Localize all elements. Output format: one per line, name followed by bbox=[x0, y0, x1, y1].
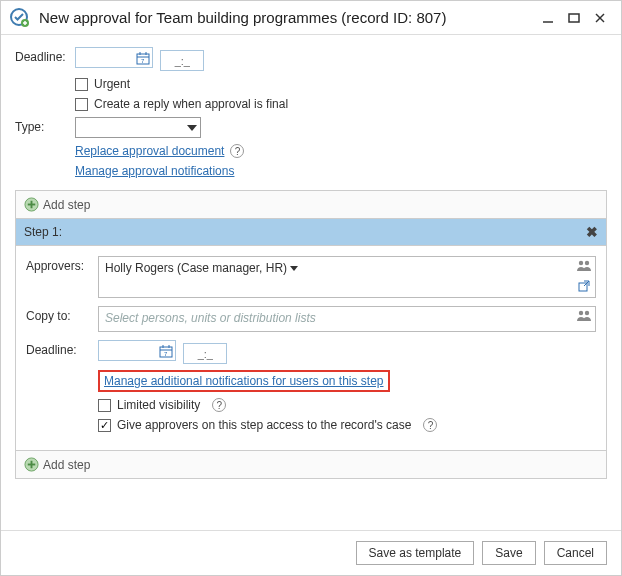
step-deadline-date-input[interactable]: 7 bbox=[98, 340, 176, 361]
people-picker-icon[interactable] bbox=[577, 310, 591, 324]
dialog-footer: Save as template Save Cancel bbox=[1, 530, 621, 575]
close-window-button[interactable] bbox=[587, 5, 613, 31]
maximize-button[interactable] bbox=[561, 5, 587, 31]
create-reply-label: Create a reply when approval is final bbox=[94, 97, 288, 111]
calendar-icon: 7 bbox=[136, 51, 150, 65]
type-row: Type: Replace approval document ? Manage… bbox=[15, 117, 607, 178]
add-step-top-label: Add step bbox=[43, 198, 90, 212]
deadline-label: Deadline: bbox=[15, 47, 75, 64]
steps-container: Add step Step 1: ✖ Approvers: Holly Roge… bbox=[15, 190, 607, 479]
svg-point-19 bbox=[585, 311, 589, 315]
svg-rect-3 bbox=[569, 14, 579, 22]
approvers-input[interactable]: Holly Rogers (Case manager, HR) bbox=[98, 256, 596, 298]
step-body: Approvers: Holly Rogers (Case manager, H… bbox=[16, 246, 606, 450]
copy-to-label: Copy to: bbox=[26, 306, 98, 323]
add-step-top[interactable]: Add step bbox=[16, 191, 606, 218]
approvers-label: Approvers: bbox=[26, 256, 98, 273]
save-button[interactable]: Save bbox=[482, 541, 535, 565]
highlighted-link: Manage additional notifications for user… bbox=[98, 370, 390, 392]
create-reply-checkbox[interactable] bbox=[75, 98, 88, 111]
step-deadline-label: Deadline: bbox=[26, 340, 98, 357]
help-icon[interactable]: ? bbox=[230, 144, 244, 158]
deadline-time-input[interactable]: _:_ bbox=[160, 50, 204, 71]
chevron-down-icon bbox=[187, 125, 197, 131]
give-access-label: Give approvers on this step access to th… bbox=[117, 418, 411, 432]
dialog-window: New approval for Team building programme… bbox=[0, 0, 622, 576]
people-picker-icon[interactable] bbox=[577, 260, 591, 274]
give-access-checkbox[interactable] bbox=[98, 419, 111, 432]
svg-point-18 bbox=[579, 311, 583, 315]
minimize-button[interactable] bbox=[535, 5, 561, 31]
svg-text:7: 7 bbox=[141, 58, 145, 64]
approver-chip[interactable]: Holly Rogers (Case manager, HR) bbox=[105, 261, 298, 275]
plus-circle-icon bbox=[24, 457, 39, 472]
calendar-icon: 7 bbox=[159, 344, 173, 358]
manage-notifications-link[interactable]: Manage approval notifications bbox=[75, 164, 234, 178]
titlebar: New approval for Team building programme… bbox=[1, 1, 621, 35]
replace-document-link[interactable]: Replace approval document bbox=[75, 144, 224, 158]
limited-visibility-checkbox[interactable] bbox=[98, 399, 111, 412]
remove-step-icon[interactable]: ✖ bbox=[586, 224, 598, 240]
manage-step-notifications-link[interactable]: Manage additional notifications for user… bbox=[104, 374, 384, 388]
type-label: Type: bbox=[15, 117, 75, 134]
window-title: New approval for Team building programme… bbox=[39, 9, 535, 26]
popout-icon[interactable] bbox=[578, 280, 590, 295]
svg-text:7: 7 bbox=[164, 351, 168, 357]
limited-visibility-label: Limited visibility bbox=[117, 398, 200, 412]
plus-circle-icon bbox=[24, 197, 39, 212]
help-icon[interactable]: ? bbox=[423, 418, 437, 432]
urgent-label: Urgent bbox=[94, 77, 130, 91]
help-icon[interactable]: ? bbox=[212, 398, 226, 412]
copy-to-placeholder: Select persons, units or distribution li… bbox=[105, 311, 316, 325]
urgent-checkbox[interactable] bbox=[75, 78, 88, 91]
svg-point-14 bbox=[579, 261, 583, 265]
add-step-bottom-label: Add step bbox=[43, 458, 90, 472]
step-title: Step 1: bbox=[24, 225, 62, 239]
chevron-down-icon bbox=[290, 266, 298, 271]
copy-to-row: Copy to: Select persons, units or distri… bbox=[26, 306, 596, 332]
dialog-body: Deadline: 7 _:_ Urgent bbox=[1, 35, 621, 530]
step-deadline-row: Deadline: 7 _:_ bbox=[26, 340, 596, 432]
step-header: Step 1: ✖ bbox=[16, 218, 606, 246]
approvers-row: Approvers: Holly Rogers (Case manager, H… bbox=[26, 256, 596, 298]
svg-point-15 bbox=[585, 261, 589, 265]
deadline-row: Deadline: 7 _:_ Urgent bbox=[15, 47, 607, 111]
save-as-template-button[interactable]: Save as template bbox=[356, 541, 475, 565]
cancel-button[interactable]: Cancel bbox=[544, 541, 607, 565]
step-deadline-time-input[interactable]: _:_ bbox=[183, 343, 227, 364]
add-step-bottom[interactable]: Add step bbox=[16, 450, 606, 478]
copy-to-input[interactable]: Select persons, units or distribution li… bbox=[98, 306, 596, 332]
type-select[interactable] bbox=[75, 117, 201, 138]
deadline-date-input[interactable]: 7 bbox=[75, 47, 153, 68]
approval-app-icon bbox=[9, 7, 31, 29]
